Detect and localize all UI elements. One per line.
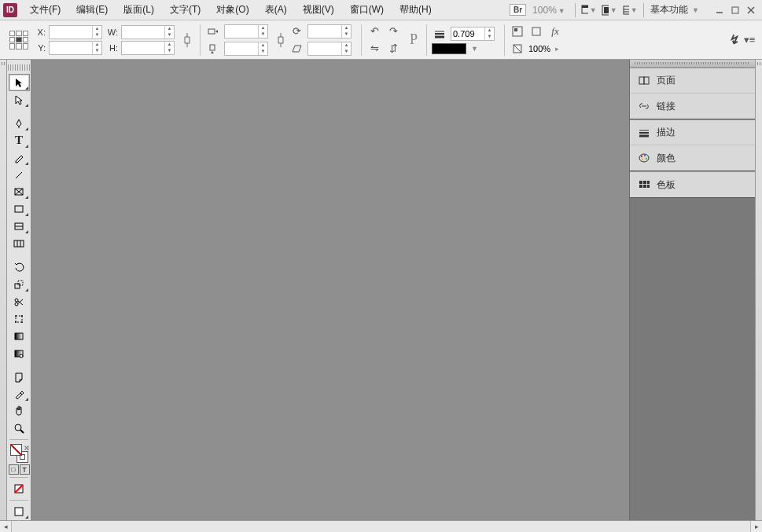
document-canvas[interactable] xyxy=(31,60,629,520)
w-input[interactable] xyxy=(122,26,164,39)
minimize-button[interactable] xyxy=(714,5,725,16)
rotate-tool[interactable] xyxy=(9,259,30,276)
quick-apply-button[interactable]: ↯ xyxy=(728,32,738,47)
corner-options-button[interactable] xyxy=(528,24,544,39)
selection-tool[interactable] xyxy=(9,74,30,91)
scroll-right-button[interactable]: ▸ xyxy=(750,521,762,533)
menu-edit[interactable]: 编辑(E) xyxy=(68,0,116,20)
left-dock-collapse-strip[interactable] xyxy=(0,60,7,520)
apply-to-container-button[interactable]: □ xyxy=(9,464,19,475)
scroll-left-button[interactable]: ◂ xyxy=(0,521,12,533)
w-spinner[interactable]: ▲▼ xyxy=(164,26,174,39)
zoom-level-display[interactable]: 100%▼ xyxy=(532,5,565,16)
h-spinner[interactable]: ▲▼ xyxy=(164,42,174,54)
fx-button[interactable]: fx xyxy=(547,24,563,39)
chevron-right-icon[interactable]: ▸ xyxy=(555,45,559,53)
menu-table[interactable]: 表(A) xyxy=(257,0,295,20)
rotate-cw-button[interactable]: ↷ xyxy=(385,24,401,39)
scissors-tool[interactable] xyxy=(9,293,30,310)
scale-y-field[interactable]: ▲▼ xyxy=(224,42,268,56)
horizontal-scrollbar[interactable]: ◂ ▸ xyxy=(0,520,762,532)
note-tool[interactable] xyxy=(9,369,30,386)
h-field[interactable]: ▲▼ xyxy=(121,41,175,55)
shear-spinner[interactable]: ▲▼ xyxy=(341,42,351,55)
panel-swatches[interactable]: 色板 xyxy=(630,172,755,197)
opacity-value[interactable]: 100% xyxy=(528,44,550,53)
apply-to-text-button[interactable]: T xyxy=(20,464,30,475)
rotate-spinner[interactable]: ▲▼ xyxy=(341,25,351,38)
eyedropper-tool[interactable] xyxy=(9,386,30,403)
scale-x-spinner[interactable]: ▲▼ xyxy=(258,25,267,38)
panel-color[interactable]: 颜色 xyxy=(630,145,755,171)
flip-v-button[interactable]: ⇵ xyxy=(385,41,401,57)
y-field[interactable]: ▲▼ xyxy=(49,41,102,55)
panel-stroke[interactable]: 描边 xyxy=(630,120,755,145)
scale-x-input[interactable] xyxy=(225,25,258,38)
fill-swatch[interactable] xyxy=(10,444,22,456)
tools-gripper[interactable] xyxy=(8,64,30,71)
view-mode-button[interactable] xyxy=(9,503,30,520)
h-input[interactable] xyxy=(122,42,164,54)
right-dock-gripper[interactable] xyxy=(630,60,755,68)
y-input[interactable] xyxy=(50,42,92,54)
shear-input[interactable] xyxy=(308,42,341,55)
text-wrap-button[interactable] xyxy=(510,24,525,39)
scale-y-spinner[interactable]: ▲▼ xyxy=(258,42,267,55)
direct-selection-tool[interactable] xyxy=(9,91,30,108)
zoom-tool[interactable] xyxy=(9,420,30,437)
menu-object[interactable]: 对象(O) xyxy=(208,0,256,20)
gradient-feather-tool[interactable] xyxy=(9,345,30,362)
stroke-weight-input[interactable] xyxy=(451,28,484,40)
view-options-button[interactable]: ▼ xyxy=(621,2,639,18)
panel-links[interactable]: 链接 xyxy=(630,94,755,119)
line-tool[interactable] xyxy=(9,167,30,184)
right-dock-collapse-strip[interactable] xyxy=(755,60,762,520)
fill-stroke-control[interactable]: ⤭ xyxy=(9,444,30,463)
stroke-style-swatch[interactable] xyxy=(432,43,466,54)
rotate-ccw-button[interactable]: ↶ xyxy=(366,24,382,39)
chevron-down-icon[interactable]: ▼ xyxy=(471,45,478,53)
constrain-wh-button[interactable] xyxy=(179,32,195,48)
close-button[interactable] xyxy=(745,5,756,16)
hand-tool[interactable] xyxy=(9,402,30,420)
shear-field[interactable]: ▲▼ xyxy=(307,42,352,56)
type-tool[interactable]: T xyxy=(9,132,30,149)
pen-tool[interactable] xyxy=(9,115,30,132)
scale-x-field[interactable]: ▲▼ xyxy=(224,24,268,39)
w-field[interactable]: ▲▼ xyxy=(121,25,175,39)
horizontal-grid-tool[interactable] xyxy=(9,218,30,235)
stroke-weight-spinner[interactable]: ▲▼ xyxy=(484,28,494,40)
menu-type[interactable]: 文字(T) xyxy=(162,0,208,20)
reference-point-grid[interactable] xyxy=(9,31,28,50)
scale-tool[interactable] xyxy=(9,276,30,293)
menu-file[interactable]: 文件(F) xyxy=(22,0,68,20)
x-field[interactable]: ▲▼ xyxy=(49,25,102,39)
x-spinner[interactable]: ▲▼ xyxy=(92,26,101,39)
constrain-scale-button[interactable] xyxy=(273,32,289,48)
menu-help[interactable]: 帮助(H) xyxy=(392,0,440,20)
rectangle-tool[interactable] xyxy=(9,200,30,218)
x-input[interactable] xyxy=(50,26,92,39)
scroll-track[interactable] xyxy=(12,521,750,533)
rotate-field[interactable]: ▲▼ xyxy=(307,24,352,39)
menu-view[interactable]: 视图(V) xyxy=(295,0,342,20)
gradient-swatch-tool[interactable] xyxy=(9,328,30,345)
maximize-button[interactable] xyxy=(730,5,741,16)
workspace-switcher[interactable]: 基本功能 ▼ xyxy=(650,3,699,17)
y-spinner[interactable]: ▲▼ xyxy=(92,42,101,54)
bridge-button[interactable]: Br xyxy=(510,4,526,16)
apply-none-button[interactable] xyxy=(9,480,30,497)
stroke-weight-field[interactable]: ▲▼ xyxy=(451,27,495,41)
rectangle-frame-tool[interactable] xyxy=(9,183,30,200)
control-panel-menu-button[interactable]: ▾≡ xyxy=(742,32,757,48)
screen-mode-button[interactable]: ▼ xyxy=(580,2,598,18)
flip-h-button[interactable]: ⇋ xyxy=(366,41,382,57)
table-tool[interactable] xyxy=(9,235,30,252)
panel-pages[interactable]: 页面 xyxy=(630,68,755,94)
scale-y-input[interactable] xyxy=(225,42,258,55)
rotate-input[interactable] xyxy=(308,25,341,38)
menu-window[interactable]: 窗口(W) xyxy=(342,0,392,20)
arrange-documents-button[interactable]: ▼ xyxy=(601,2,618,18)
free-transform-tool[interactable] xyxy=(9,310,30,328)
menu-layout[interactable]: 版面(L) xyxy=(116,0,162,20)
